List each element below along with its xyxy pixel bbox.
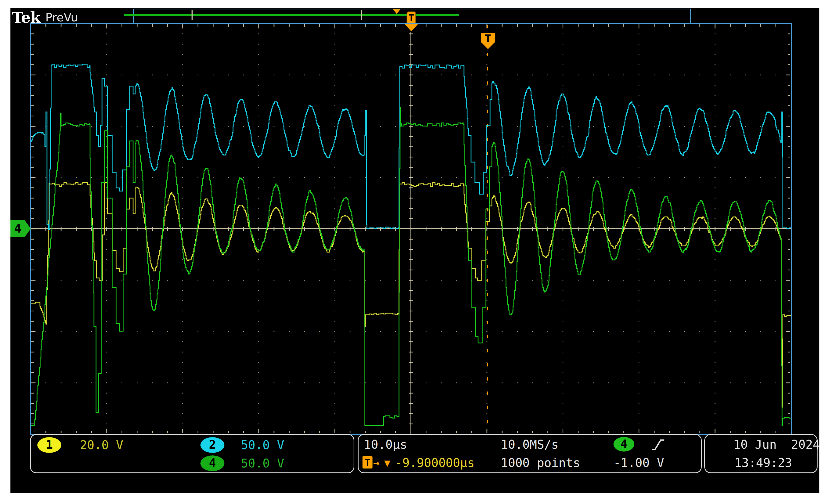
- ch4-scale: 50.0 V: [241, 456, 284, 470]
- horizontal-trigger-readout-box: 10.0µs 10.0MS/s 4 T → ▼ -9.900000µs 1000…: [358, 434, 702, 473]
- ch2-badge: 2: [200, 437, 224, 453]
- record-trigger-position-icon: T: [407, 11, 416, 24]
- ch1-badge: 1: [37, 437, 61, 453]
- trigger-source-badge: 4: [614, 437, 634, 452]
- ch4-badge: 4: [200, 456, 224, 471]
- trigger-slope-rising-icon: [651, 438, 665, 452]
- datetime-readout-box: 10 Jun 2024 13:49:23: [704, 434, 818, 473]
- oscilloscope-hardcopy: Tek PreVu T T 4 1 20.0 V 2 50.0 V 4 50.0…: [0, 0, 828, 504]
- record-window-bracket-right: [361, 10, 362, 20]
- record-expansion-triangle-icon: [393, 9, 400, 14]
- trigger-level-readout: -1.00 V: [614, 456, 664, 470]
- timebase-readout: 10.0µs: [364, 437, 407, 452]
- trigger-delay-arrow-icon: →: [373, 457, 379, 469]
- date-readout: 10 Jun 2024: [733, 437, 820, 452]
- sample-rate-readout: 10.0MS/s: [501, 437, 559, 452]
- scope-screen: Tek PreVu T T 4 1 20.0 V 2 50.0 V 4 50.0…: [10, 8, 819, 493]
- trigger-delay-readout: -9.900000µs: [395, 456, 475, 470]
- trigger-delay-pointer-icon: ▼: [384, 457, 390, 469]
- graticule-border: [30, 23, 792, 435]
- ch1-scale: 20.0 V: [80, 438, 123, 452]
- record-window-bracket-left: [192, 10, 193, 20]
- trigger-delay-t-icon: T: [362, 456, 373, 469]
- acquisition-mode-label: PreVu: [45, 11, 78, 24]
- record-length-readout: 1000 points: [501, 456, 580, 470]
- time-readout: 13:49:23: [734, 456, 792, 470]
- ch2-scale: 50.0 V: [241, 438, 284, 452]
- channel-readout-box: 1 20.0 V 2 50.0 V 4 50.0 V: [30, 434, 355, 473]
